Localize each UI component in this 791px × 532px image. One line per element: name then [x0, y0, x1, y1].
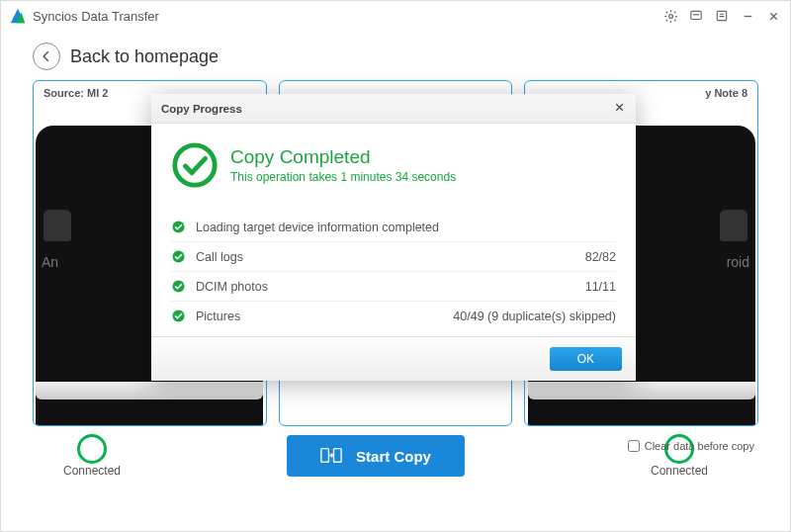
dialog-title: Copy Progress [161, 103, 242, 115]
dialog-footer: OK [151, 336, 636, 381]
target-device: y Note 8 [705, 87, 747, 99]
close-icon[interactable] [764, 7, 782, 25]
source-os-label: An [42, 254, 58, 270]
progress-item: DCIM photos11/11 [171, 271, 616, 301]
ok-button[interactable]: OK [550, 347, 622, 371]
dialog-subtitle: This operation takes 1 minutes 34 second… [230, 170, 456, 184]
item-label: Loading target device information comple… [196, 221, 616, 234]
back-button[interactable] [33, 43, 60, 70]
svg-point-0 [668, 14, 672, 18]
settings-icon[interactable] [661, 7, 679, 25]
svg-rect-3 [321, 449, 329, 463]
transfer-icon [320, 447, 342, 465]
dialog-titlebar: Copy Progress [151, 94, 636, 124]
dialog-heading: Copy Completed [230, 146, 456, 168]
copy-progress-dialog: Copy Progress Copy Completed This operat… [151, 94, 636, 381]
android-icon [44, 210, 71, 241]
start-copy-button[interactable]: Start Copy [287, 435, 465, 477]
item-check-icon [171, 249, 186, 264]
success-check-icon [171, 141, 219, 189]
svg-point-9 [173, 310, 185, 322]
item-check-icon [171, 220, 186, 234]
item-count: 40/49 (9 duplicate(s) skipped) [453, 310, 616, 323]
item-check-icon [171, 309, 186, 323]
breadcrumb: Back to homepage [1, 31, 790, 80]
source-device: MI 2 [87, 87, 108, 99]
monitor-base-icon [528, 382, 755, 399]
back-label[interactable]: Back to homepage [70, 46, 219, 67]
item-label: Call logs [196, 250, 585, 264]
item-count: 82/82 [585, 250, 616, 264]
clear-data-label: Clear data before copy [645, 440, 754, 452]
dialog-close-button[interactable] [613, 100, 626, 118]
item-count: 11/11 [585, 280, 616, 294]
connected-icon [77, 434, 107, 464]
feedback-icon[interactable] [687, 7, 705, 25]
monitor-base-icon [36, 382, 263, 399]
dialog-body: Copy Completed This operation takes 1 mi… [151, 124, 636, 336]
app-logo-icon [9, 7, 27, 25]
connected-label: Connected [651, 464, 708, 478]
progress-item: Loading target device information comple… [171, 213, 616, 241]
progress-item: Call logs82/82 [171, 241, 616, 271]
item-label: DCIM photos [196, 280, 585, 294]
minimize-icon[interactable] [739, 7, 756, 25]
item-check-icon [171, 279, 186, 294]
svg-point-7 [173, 251, 185, 263]
svg-point-5 [175, 145, 215, 185]
source-prefix: Source: [44, 87, 84, 99]
svg-rect-4 [334, 449, 342, 463]
titlebar: Syncios Data Transfer [1, 1, 790, 31]
clear-data-input[interactable] [628, 440, 640, 452]
target-os-label: roid [727, 254, 749, 270]
android-icon [720, 210, 747, 241]
app-title: Syncios Data Transfer [33, 9, 654, 24]
footer-row: Connected Start Copy Connected Clear dat… [1, 434, 790, 478]
connected-label: Connected [63, 464, 121, 478]
svg-point-6 [173, 222, 185, 233]
progress-item-list: Loading target device information comple… [171, 213, 616, 330]
progress-item: Pictures40/49 (9 duplicate(s) skipped) [171, 301, 616, 330]
svg-point-8 [173, 281, 185, 293]
clear-data-checkbox[interactable]: Clear data before copy [628, 440, 754, 452]
item-label: Pictures [196, 310, 453, 323]
start-copy-label: Start Copy [356, 448, 431, 465]
menu-icon[interactable] [713, 7, 731, 25]
source-connection-status: Connected [33, 434, 151, 478]
